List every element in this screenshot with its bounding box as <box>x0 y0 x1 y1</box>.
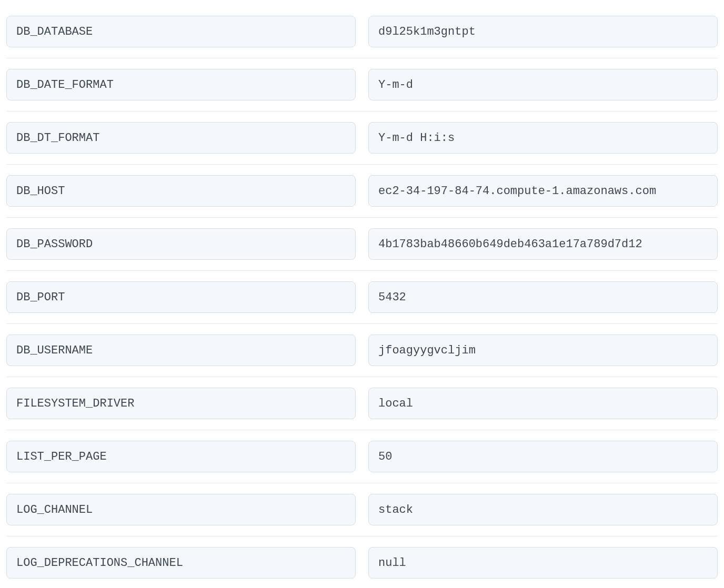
env-key-input[interactable] <box>6 547 356 579</box>
env-var-list <box>6 5 718 588</box>
env-value-input[interactable] <box>368 441 718 472</box>
env-var-row <box>6 165 718 218</box>
env-value-cell <box>368 388 718 419</box>
env-key-cell <box>6 16 356 47</box>
env-key-cell <box>6 494 356 525</box>
env-key-input[interactable] <box>6 494 356 525</box>
env-value-cell <box>368 281 718 313</box>
env-value-cell <box>368 175 718 207</box>
env-key-cell <box>6 388 356 419</box>
env-value-input[interactable] <box>368 494 718 525</box>
env-var-row <box>6 377 718 430</box>
env-key-cell <box>6 122 356 154</box>
env-value-cell <box>368 334 718 366</box>
env-key-cell <box>6 281 356 313</box>
env-value-input[interactable] <box>368 281 718 313</box>
env-key-input[interactable] <box>6 441 356 472</box>
env-var-row <box>6 218 718 271</box>
env-key-input[interactable] <box>6 69 356 100</box>
env-key-cell <box>6 175 356 207</box>
env-value-cell <box>368 228 718 260</box>
env-var-row <box>6 111 718 165</box>
env-key-input[interactable] <box>6 388 356 419</box>
env-value-input[interactable] <box>368 122 718 154</box>
env-key-input[interactable] <box>6 122 356 154</box>
env-var-row <box>6 324 718 377</box>
env-key-input[interactable] <box>6 16 356 47</box>
env-key-input[interactable] <box>6 175 356 207</box>
env-value-cell <box>368 494 718 525</box>
env-value-cell <box>368 122 718 154</box>
env-value-input[interactable] <box>368 175 718 207</box>
env-value-cell <box>368 441 718 472</box>
env-value-input[interactable] <box>368 388 718 419</box>
env-var-row <box>6 271 718 324</box>
env-value-input[interactable] <box>368 69 718 100</box>
env-var-row <box>6 5 718 58</box>
env-key-input[interactable] <box>6 228 356 260</box>
env-value-cell <box>368 16 718 47</box>
env-value-input[interactable] <box>368 228 718 260</box>
env-key-cell <box>6 334 356 366</box>
env-value-input[interactable] <box>368 16 718 47</box>
env-key-cell <box>6 228 356 260</box>
env-key-input[interactable] <box>6 334 356 366</box>
env-value-input[interactable] <box>368 334 718 366</box>
env-key-cell <box>6 69 356 100</box>
env-var-row <box>6 430 718 483</box>
env-key-input[interactable] <box>6 281 356 313</box>
env-var-row <box>6 58 718 111</box>
env-value-input[interactable] <box>368 547 718 579</box>
env-value-cell <box>368 547 718 579</box>
env-key-cell <box>6 441 356 472</box>
env-value-cell <box>368 69 718 100</box>
env-var-row <box>6 483 718 536</box>
env-key-cell <box>6 547 356 579</box>
env-var-row <box>6 536 718 588</box>
